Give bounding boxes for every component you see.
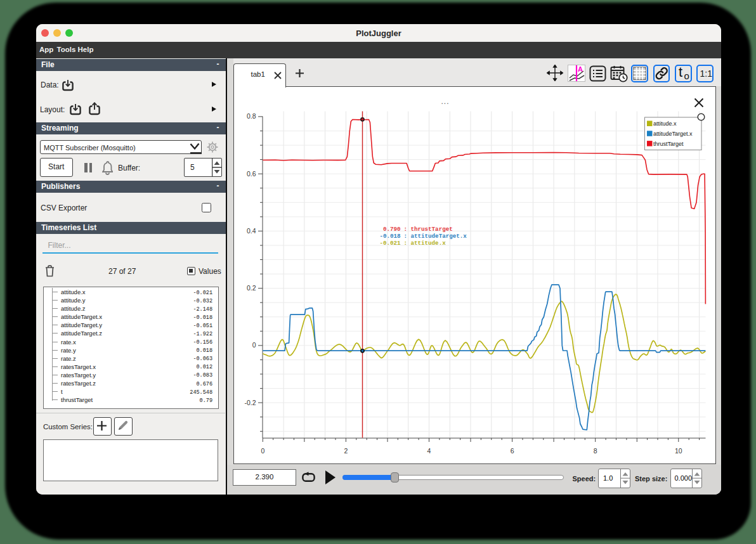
svg-text:0.790: 0.790 <box>382 226 400 233</box>
svg-text:-0.2: -0.2 <box>244 398 256 406</box>
svg-text:0.6: 0.6 <box>246 169 256 177</box>
svg-text:0.2: 0.2 <box>246 284 256 292</box>
svg-text:0: 0 <box>252 341 256 349</box>
svg-text:0.8: 0.8 <box>246 112 256 120</box>
svg-text:4: 4 <box>427 446 431 454</box>
svg-text:attitude.x: attitude.x <box>653 120 677 127</box>
svg-text:: thrustTarget: : thrustTarget <box>403 226 452 233</box>
svg-text:: attitudeTarget.x: : attitudeTarget.x <box>403 233 467 240</box>
svg-text:0: 0 <box>261 446 264 454</box>
svg-text:thrustTarget: thrustTarget <box>653 140 684 146</box>
svg-text:2: 2 <box>344 446 348 454</box>
svg-text:attitudeTarget.x: attitudeTarget.x <box>653 130 693 136</box>
svg-text:: attitude.x: : attitude.x <box>403 239 446 246</box>
svg-text:8: 8 <box>593 446 597 454</box>
svg-text:-0.018: -0.018 <box>379 233 401 240</box>
svg-text:10: 10 <box>674 446 682 454</box>
svg-text:6: 6 <box>510 446 514 454</box>
svg-text:A: A <box>578 65 583 73</box>
svg-text:-0.021: -0.021 <box>379 239 401 246</box>
svg-text:0.4: 0.4 <box>246 226 256 234</box>
